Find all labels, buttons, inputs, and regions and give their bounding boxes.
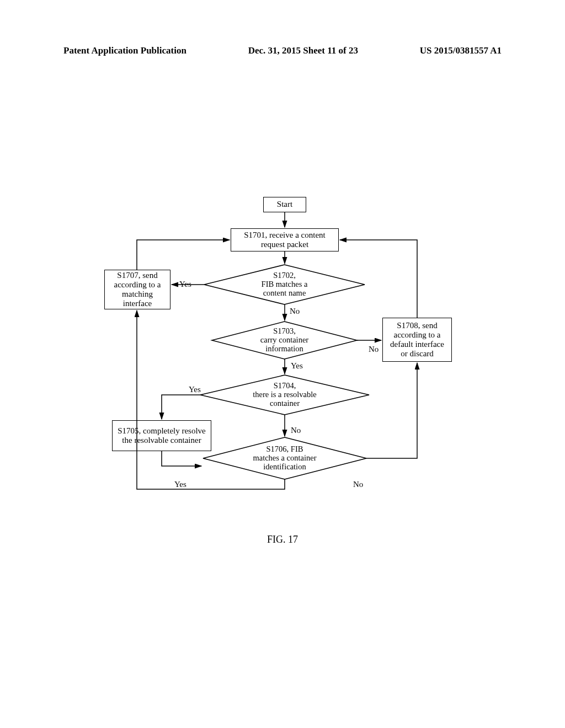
flowchart-diagram: Start S1701, receive a content request p… bbox=[0, 0, 565, 728]
figure-caption: FIG. 17 bbox=[0, 534, 565, 545]
flowchart-arrows bbox=[0, 0, 565, 728]
